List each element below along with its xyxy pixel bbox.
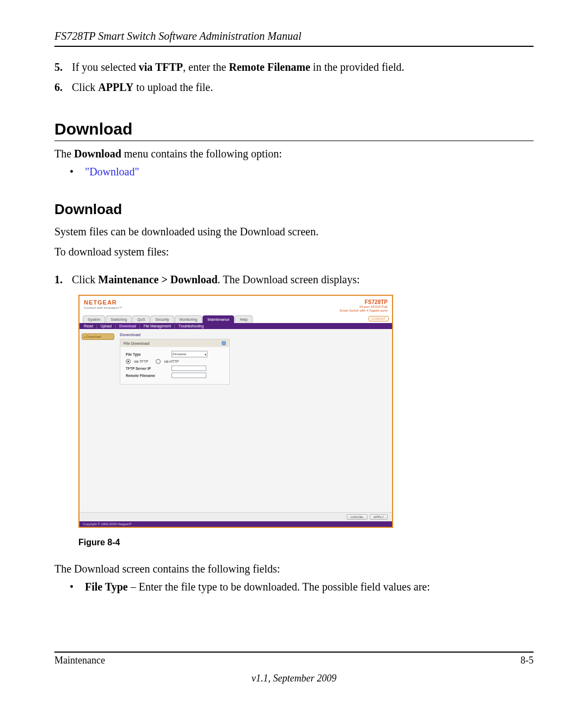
figure-caption: Figure 8-4 [78, 538, 534, 547]
label-via-tftp: via TFTP [134, 360, 148, 363]
select-file-type[interactable]: Firmware ▾ [171, 351, 207, 357]
tab-switching[interactable]: Switching [106, 315, 132, 323]
sidebar: » Download [79, 329, 117, 512]
after-figure-paragraph: The Download screen contains the followi… [54, 562, 534, 576]
section-heading-download: Download [54, 120, 534, 138]
panel-body: File Type Firmware ▾ via TFTP [120, 347, 229, 384]
download-menu-list: • "Download" [54, 165, 534, 179]
app-header: NETGEAR Connect with Innovation™ FS728TP… [79, 296, 392, 313]
download-step-1-text: Click Maintenance > Download. The Downlo… [72, 272, 360, 287]
select-file-type-value: Firmware [173, 352, 186, 356]
footer-pagenum: 8-5 [520, 655, 534, 666]
apply-button[interactable]: APPLY [370, 514, 388, 520]
row-remote-filename: Remote Filename [126, 373, 226, 378]
model-sub1: 24-port 10/100 PoE [340, 305, 388, 309]
brand-tagline: Connect with Innovation™ [84, 306, 122, 309]
subnav-upload[interactable]: Upload [101, 324, 112, 328]
subsection-heading-download: Download [54, 201, 534, 218]
model-block: FS728TP 24-port 10/100 PoE Smart Switch … [340, 299, 388, 312]
main-pane: Download File Download File Type Firmwar… [117, 329, 392, 512]
subnav-reset[interactable]: Reset [84, 324, 93, 328]
running-head: FS728TP Smart Switch Software Administra… [54, 30, 534, 42]
upload-steps-continued: 5. If you selected via TFTP, enter the R… [54, 60, 534, 95]
model-sub2: Smart Switch with 4 Gigabit ports [340, 309, 388, 313]
page-footer: Maintenance 8-5 v1.1, September 2009 [54, 652, 534, 684]
tab-monitoring[interactable]: Monitoring [175, 315, 203, 323]
panel-inner-title: File Download [124, 342, 149, 345]
brand-logo: NETGEAR [84, 299, 122, 306]
input-tftp-ip[interactable] [171, 366, 206, 371]
fields-list: • File Type – Enter the file type to be … [54, 580, 534, 594]
footer-row: Maintenance 8-5 [54, 655, 534, 666]
panel-help-icon[interactable] [222, 341, 226, 345]
app-body: » Download Download File Download File T… [79, 329, 392, 512]
sub-nav: Reset| Upload| Download| File Management… [79, 323, 392, 329]
panel-outer-title: Download [120, 332, 387, 337]
subnav-download[interactable]: Download [119, 324, 136, 328]
step-5-text: If you selected via TFTP, enter the Remo… [72, 60, 405, 75]
step-number: 6. [54, 80, 66, 95]
sidebar-item-download[interactable]: » Download [82, 333, 114, 340]
section-rule [54, 141, 534, 141]
panel-header: File Download [120, 339, 229, 347]
step-number: 5. [54, 60, 66, 75]
footer-rule [54, 652, 534, 653]
tab-qos[interactable]: QoS [132, 315, 150, 323]
step-6: 6. Click APPLY to upload the file. [54, 80, 534, 95]
download-menu-intro: The Download menu contains the following… [54, 147, 534, 161]
app-copyright: Copyright © 1996-2009 Netgear® [79, 521, 392, 527]
row-file-type: File Type Firmware ▾ [126, 351, 226, 357]
app-window: NETGEAR Connect with Innovation™ FS728TP… [78, 295, 393, 528]
field-file-type: • File Type – Enter the file type to be … [70, 580, 534, 594]
cancel-button[interactable]: CANCEL [347, 514, 367, 520]
footer-version: v1.1, September 2009 [54, 673, 534, 684]
row-tftp-ip: TFTP Server IP [126, 366, 226, 371]
figure-screenshot: NETGEAR Connect with Innovation™ FS728TP… [78, 295, 393, 528]
bullet-icon: • [70, 580, 75, 594]
step-number: 1. [54, 272, 66, 287]
subnav-file-management[interactable]: File Management [144, 324, 171, 328]
label-via-http: via HTTP [164, 360, 179, 363]
file-download-panel: File Download File Type Firmware ▾ [120, 339, 230, 385]
tab-maintenance[interactable]: Maintenance [203, 315, 234, 323]
panel-footer: CANCEL APPLY [79, 512, 392, 521]
logout-button[interactable]: LOGOUT [369, 316, 389, 321]
download-steps: 1. Click Maintenance > Download. The Dow… [54, 272, 534, 287]
label-remote-filename: Remote Filename [126, 374, 169, 378]
download-link[interactable]: "Download" [85, 165, 139, 179]
sysfiles-paragraph: System files can be downloaded using the… [54, 224, 534, 239]
top-tabs: System Switching QoS Security Monitoring… [79, 315, 392, 323]
page: FS728TP Smart Switch Software Administra… [0, 0, 588, 706]
step-5: 5. If you selected via TFTP, enter the R… [54, 60, 534, 75]
download-menu-item: • "Download" [70, 165, 534, 179]
field-desc: – Enter the file type to be downloaded. … [128, 581, 430, 593]
input-remote-filename[interactable] [171, 373, 206, 378]
radio-via-http[interactable] [156, 359, 161, 364]
tab-help[interactable]: Help [235, 315, 252, 323]
label-tftp-ip: TFTP Server IP [126, 367, 169, 370]
label-file-type: File Type [126, 352, 169, 356]
tab-system[interactable]: System [83, 315, 105, 323]
chevron-down-icon: ▾ [205, 352, 206, 356]
step-6-text: Click APPLY to upload the file. [72, 80, 213, 95]
row-transfer-mode: via TFTP via HTTP [126, 359, 226, 364]
download-step-1: 1. Click Maintenance > Download. The Dow… [54, 272, 534, 287]
bullet-icon: • [70, 165, 75, 179]
tab-security[interactable]: Security [150, 315, 174, 323]
footer-section: Maintenance [54, 655, 105, 666]
brand-block: NETGEAR Connect with Innovation™ [84, 299, 122, 312]
model-name: FS728TP [340, 299, 388, 305]
to-download-paragraph: To download system files: [54, 245, 534, 259]
subnav-troubleshooting[interactable]: Troubleshooting [179, 324, 204, 328]
radio-via-tftp[interactable] [126, 359, 131, 364]
header-rule [54, 46, 534, 47]
field-name: File Type [85, 581, 128, 593]
